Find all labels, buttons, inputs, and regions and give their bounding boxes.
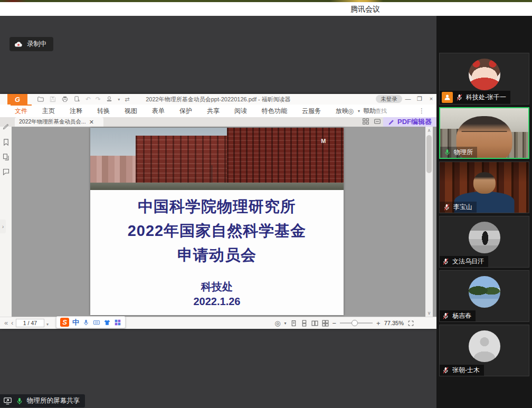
screen-share-area: 录制中 G ↶ ↷ ▾ ⇄ 2022年物理所基金动员会ppt-20220126.… [0, 16, 436, 408]
share-status-bar[interactable]: 物理所的屏幕共享 [0, 394, 85, 407]
zoom-in-icon[interactable]: + [376, 319, 381, 327]
document-scrollbar[interactable]: ∧ ∨ [425, 127, 433, 317]
slide-title: 中国科学院物理研究所 2022年国家自然科学基金 申请动员会 [90, 194, 344, 267]
pdf-menubar: 文件 主页 注释 转换 视图 表单 保护 共享 阅读 特色功能 云服务 放映 帮… [0, 105, 436, 118]
mic-muted-icon [455, 93, 463, 101]
participant-name: 物理所 [454, 148, 473, 157]
slide-title-line1: 中国科学院物理研究所 [90, 194, 344, 219]
facing-layout-icon[interactable] [311, 320, 318, 327]
find-placeholder[interactable]: 查找 [375, 107, 387, 115]
fullscreen-icon[interactable] [407, 320, 414, 327]
thumbnail-grid-icon[interactable] [362, 118, 369, 125]
login-status-pill[interactable]: 未登录 [376, 95, 402, 103]
mic-speaking-icon [443, 148, 451, 156]
menu-form[interactable]: 表单 [145, 105, 172, 117]
photo-building-tower [227, 128, 344, 183]
zoom-level[interactable]: 77.35% [384, 320, 404, 326]
pencil-tool-icon[interactable] [2, 122, 10, 130]
screen-share-icon [3, 396, 12, 405]
ime-keyboard-icon[interactable] [93, 319, 100, 326]
close-button[interactable]: × [426, 94, 436, 103]
participant-tile[interactable]: 张朝-士木 [439, 325, 529, 376]
sogou-logo-icon[interactable]: S [60, 318, 69, 327]
sogou-ime-bar[interactable]: S 中 [56, 316, 126, 328]
participant-namebar: 张朝-士木 [440, 365, 484, 376]
menu-file[interactable]: 文件 [7, 105, 35, 117]
ime-language-toggle[interactable]: 中 [72, 318, 79, 327]
slide-date: 2022.1.26 [90, 296, 344, 308]
menu-home[interactable]: 主页 [35, 105, 62, 117]
page-indicator[interactable]: 1 / 47 [16, 319, 44, 327]
menu-read[interactable]: 阅读 [227, 105, 254, 117]
view-mode-icon[interactable]: ◎ [274, 319, 280, 327]
login-status-label: 未登录 [381, 96, 397, 103]
facing-continuous-layout-icon[interactable] [322, 320, 329, 327]
recording-badge[interactable]: 录制中 [10, 37, 53, 51]
mic-muted-icon [442, 366, 450, 374]
view-mode-dropdown-icon[interactable]: ▾ [284, 321, 286, 326]
first-page-icon[interactable]: « [4, 319, 8, 327]
participant-tile[interactable]: 文法乌日汗 [439, 216, 529, 268]
ime-skin-icon[interactable] [103, 319, 111, 326]
comments-panel-icon[interactable] [2, 168, 10, 176]
share-status-label: 物理所的屏幕共享 [27, 396, 80, 405]
pdf-editor-label: PDF编辑器 [397, 117, 432, 127]
pdf-editor-button[interactable]: PDF编辑器 [383, 117, 436, 127]
participant-name: 杨吉春 [452, 311, 471, 320]
avatar-default-silhouette [469, 330, 500, 362]
bookmarks-panel-icon[interactable] [2, 138, 10, 146]
document-tab[interactable]: 2022年物理所基金动员会... ✕ [15, 117, 103, 127]
mic-muted-icon [442, 258, 450, 265]
photo-ground [90, 183, 344, 190]
zoom-tool-dropdown-icon[interactable]: ▾ [358, 109, 360, 113]
scroll-down-icon[interactable]: ∨ [425, 310, 433, 316]
menu-features[interactable]: 特色功能 [254, 105, 294, 117]
scrollbar-thumb[interactable] [426, 135, 432, 173]
pdf-titlebar[interactable]: G ↶ ↷ ▾ ⇄ 2022年物理所基金动员会ppt-20220126.pdf … [0, 94, 436, 105]
restore-button[interactable]: ❐ [415, 94, 424, 103]
ime-mic-icon[interactable] [82, 319, 90, 326]
prev-page-icon[interactable]: ‹ [11, 319, 13, 327]
single-page-layout-icon[interactable] [290, 320, 297, 327]
menu-cloud[interactable]: 云服务 [294, 105, 328, 117]
reading-mode-icon[interactable] [374, 118, 381, 125]
pdf-document-area[interactable]: › M 中国科学院物理研究所 2022年国家自然科学基金 申请动员会 科技处 [0, 127, 436, 317]
document-tab-title: 2022年物理所基金动员会... [19, 118, 86, 126]
participant-namebar: 文法乌日汗 [440, 256, 488, 267]
zoom-slider[interactable] [340, 322, 373, 324]
zoom-tool-icon[interactable]: ◎ [348, 107, 354, 115]
tab-close-icon[interactable]: ✕ [89, 119, 94, 126]
minimize-button[interactable]: — [403, 94, 413, 103]
slide-page: M 中国科学院物理研究所 2022年国家自然科学基金 申请动员会 科技处 202… [90, 128, 344, 315]
menu-protect[interactable]: 保护 [172, 105, 200, 117]
more-options-icon[interactable]: ⋮ [391, 107, 425, 115]
menu-convert[interactable]: 转换 [90, 105, 117, 117]
meeting-title: 腾讯会议 [350, 5, 380, 14]
pages-panel-icon[interactable] [2, 153, 10, 161]
continuous-layout-icon[interactable] [301, 320, 308, 327]
participant-tile[interactable]: 科技处-张千一 [439, 53, 529, 105]
participant-tile[interactable]: 杨吉春 [439, 270, 529, 322]
participants-sidebar: 科技处-张千一 物理所 李宝山 文法乌日汗 [436, 16, 532, 408]
recording-cloud-icon [14, 40, 23, 49]
recording-label: 录制中 [27, 40, 47, 49]
scroll-up-icon[interactable]: ∧ [425, 128, 433, 133]
zoom-slider-thumb[interactable] [352, 320, 358, 326]
participant-tile[interactable]: 李宝山 [439, 162, 529, 213]
participant-tile[interactable]: 物理所 [439, 107, 529, 159]
participant-namebar: 李宝山 [440, 202, 477, 213]
photo-light-pole [212, 165, 212, 183]
menu-share[interactable]: 共享 [200, 105, 227, 117]
search-icon[interactable] [364, 108, 371, 115]
panel-expand-arrow[interactable]: › [0, 220, 6, 233]
building-letter: M [321, 138, 326, 144]
menu-view[interactable]: 视图 [117, 105, 145, 117]
mic-muted-icon [442, 312, 450, 320]
page-dropdown-icon[interactable]: ▾ [46, 320, 49, 329]
menu-comment[interactable]: 注释 [62, 105, 90, 117]
avatar-cartoon-girl [469, 59, 500, 90]
mic-on-icon [15, 397, 24, 405]
zoom-out-icon[interactable]: − [332, 319, 337, 327]
ime-toolbox-icon[interactable] [114, 319, 121, 326]
participant-name: 张朝-士木 [452, 366, 480, 375]
